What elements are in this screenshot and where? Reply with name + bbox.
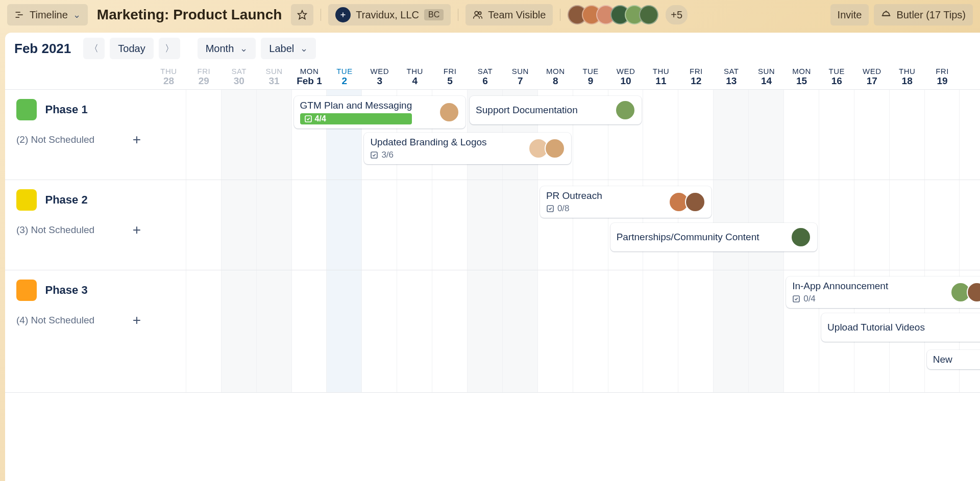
board-title[interactable]: Marketing: Product Launch	[93, 7, 286, 23]
lane-color-chip	[16, 189, 37, 211]
card-member-avatar	[615, 100, 635, 120]
star-button[interactable]	[291, 4, 313, 26]
divider	[321, 9, 321, 21]
card-title: New	[933, 354, 952, 365]
timeline-icon	[14, 10, 24, 20]
day-column-header: MON8	[538, 64, 573, 89]
workspace-logo	[335, 7, 351, 22]
timeline-card[interactable]: Updated Branding & Logos 3/6	[364, 133, 571, 164]
day-column-header: SAT6	[468, 64, 503, 89]
workspace-name: Travidux, LLC	[356, 9, 419, 21]
day-column-header: MON15	[784, 64, 819, 89]
day-column-header: SUN31	[257, 64, 292, 89]
member-avatar[interactable]	[639, 5, 658, 24]
card-title: In-App Announcement	[792, 281, 888, 292]
day-column-header: SUN7	[503, 64, 538, 89]
divider	[560, 9, 560, 21]
checklist-badge: 4/4	[300, 113, 412, 124]
add-card-button[interactable]: +	[133, 222, 141, 238]
timeline-card[interactable]: Support Documentation	[470, 96, 642, 124]
lane-color-chip	[16, 99, 37, 120]
current-month: Feb 2021	[14, 41, 71, 57]
view-label: Timeline	[30, 9, 68, 21]
checklist-badge: 0/4	[792, 294, 888, 304]
timeline-toolbar: Feb 2021 〈 Today 〉 Month ⌄ Label ⌄	[5, 33, 980, 64]
group-select[interactable]: Label ⌄	[261, 38, 316, 59]
day-column-header: SAT13	[714, 64, 749, 89]
day-column-header: WED17	[854, 64, 890, 89]
day-column-header: FRI19	[925, 64, 960, 89]
add-card-button[interactable]: +	[133, 312, 141, 328]
card-title: Support Documentation	[476, 105, 578, 116]
card-member-avatar	[685, 192, 705, 212]
day-column-header: MONFeb 1	[292, 64, 327, 89]
day-column-header: WED10	[608, 64, 644, 89]
timeline-lanes: Phase 1 (2) Not Scheduled + GTM Plan and…	[5, 90, 980, 393]
timeline-card[interactable]: Partnerships/Community Content	[610, 223, 817, 251]
checklist-badge: 3/6	[370, 150, 486, 160]
prev-button[interactable]: 〈	[83, 38, 105, 59]
day-column-header: TUE9	[573, 64, 608, 89]
people-icon	[473, 10, 483, 20]
timeline-lane: Phase 1 (2) Not Scheduled + GTM Plan and…	[5, 90, 980, 180]
today-button[interactable]: Today	[110, 38, 153, 59]
day-column-header: WED3	[362, 64, 397, 89]
chevron-right-icon: 〉	[165, 42, 174, 55]
card-member-avatar	[545, 138, 565, 159]
day-column-header: FRI12	[678, 64, 714, 89]
lane-title: Phase 2	[45, 193, 87, 206]
day-column-header: TUE2	[327, 64, 362, 89]
svg-marker-3	[298, 11, 307, 19]
today-label: Today	[118, 43, 145, 55]
card-member-avatar	[967, 282, 980, 302]
svg-point-6	[479, 12, 481, 14]
timeline-card[interactable]: PR Outreach 0/8	[540, 186, 712, 218]
timeline-card[interactable]: New	[927, 350, 980, 369]
day-column-header: THU28	[151, 64, 186, 89]
svg-point-5	[475, 11, 478, 15]
unscheduled-count[interactable]: (2) Not Scheduled	[16, 134, 94, 145]
timeline-lane: Phase 2 (3) Not Scheduled + PR Outreach …	[5, 180, 980, 270]
workspace-chip[interactable]: Travidux, LLC BC	[328, 4, 451, 26]
unscheduled-count[interactable]: (4) Not Scheduled	[16, 315, 94, 326]
zoom-label: Month	[206, 43, 234, 55]
timeline-panel: Feb 2021 〈 Today 〉 Month ⌄ Label ⌄ THU28…	[5, 33, 980, 481]
timeline-card[interactable]: Upload Tutorial Videos	[821, 313, 980, 342]
chevron-left-icon: 〈	[89, 42, 99, 55]
visibility-label: Team Visible	[488, 9, 546, 21]
day-column-header: FRI29	[186, 64, 222, 89]
day-column-header: SAT30	[222, 64, 257, 89]
workspace-badge: BC	[424, 9, 444, 20]
day-column-header: THU18	[890, 64, 925, 89]
chevron-down-icon: ⌄	[300, 43, 308, 54]
timeline-card[interactable]: In-App Announcement 0/4	[786, 276, 980, 308]
timeline-card[interactable]: GTM Plan and Messaging 4/4	[294, 96, 466, 129]
butler-icon	[881, 10, 891, 20]
invite-button[interactable]: Invite	[830, 4, 869, 26]
day-column-header: TUE16	[819, 64, 854, 89]
next-button[interactable]: 〉	[159, 38, 180, 59]
checklist-badge: 0/8	[546, 204, 602, 214]
more-members[interactable]: +5	[666, 5, 688, 24]
lane-title: Phase 1	[45, 103, 87, 116]
zoom-select[interactable]: Month ⌄	[198, 38, 256, 59]
board-header: Timeline ⌄ Marketing: Product Launch Tra…	[0, 0, 980, 30]
day-column-header: THU4	[397, 64, 432, 89]
card-title: GTM Plan and Messaging	[300, 100, 412, 111]
member-avatars[interactable]	[568, 5, 658, 24]
card-title: PR Outreach	[546, 190, 602, 201]
lane-color-chip	[16, 280, 37, 301]
chevron-down-icon: ⌄	[73, 9, 81, 20]
chevron-down-icon: ⌄	[240, 43, 248, 54]
lane-header: Phase 3 (4) Not Scheduled +	[5, 270, 151, 392]
add-card-button[interactable]: +	[133, 132, 141, 148]
unscheduled-count[interactable]: (3) Not Scheduled	[16, 224, 94, 236]
day-column-header: FRI5	[432, 64, 468, 89]
star-icon	[297, 10, 307, 20]
card-member-avatar	[439, 102, 459, 122]
card-title: Updated Branding & Logos	[370, 137, 486, 148]
view-switcher[interactable]: Timeline ⌄	[7, 4, 88, 26]
butler-button[interactable]: Butler (17 Tips)	[874, 4, 973, 26]
lane-header: Phase 2 (3) Not Scheduled +	[5, 180, 151, 270]
visibility-button[interactable]: Team Visible	[465, 4, 553, 26]
